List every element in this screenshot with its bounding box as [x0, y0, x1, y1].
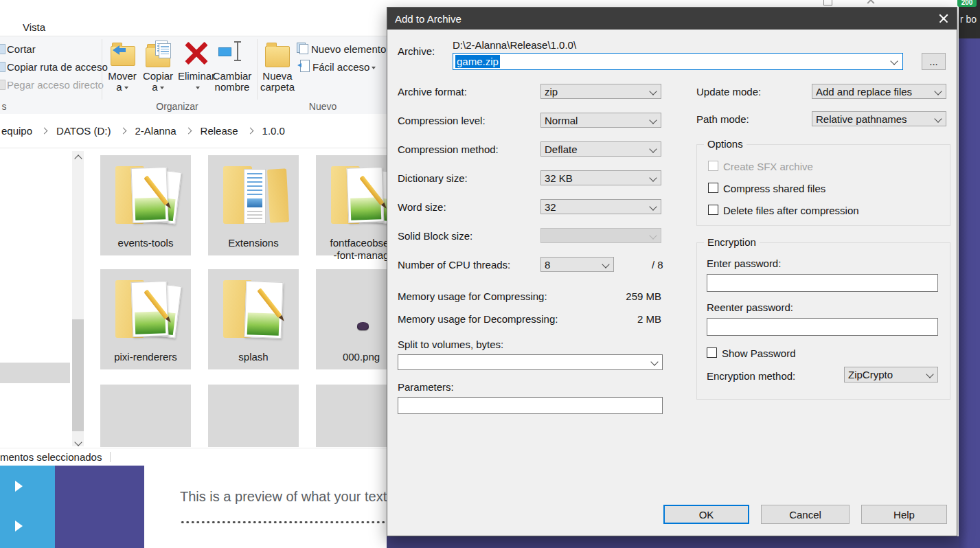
background-purple-strip: [959, 38, 980, 548]
nav-pane-selected-item[interactable]: [0, 363, 70, 383]
maximize-button[interactable]: [821, 0, 834, 7]
move-to-button[interactable]: Mover a: [103, 39, 141, 93]
dictionary-size-select[interactable]: 32 KB: [540, 170, 661, 185]
encryption-method-select[interactable]: ZipCrypto: [844, 367, 938, 383]
chevron-down-icon: [602, 260, 609, 268]
memory-compress-label: Memory usage for Compressing:: [398, 290, 547, 302]
background-text-fragment: r bo: [960, 14, 977, 25]
chevron-down-icon: [649, 87, 657, 95]
split-volumes-combo[interactable]: [398, 354, 663, 370]
preview-sidebar-purple: [55, 466, 144, 548]
archive-format-select[interactable]: zip: [540, 84, 661, 99]
ribbon-item-cortar[interactable]: Cortar: [7, 43, 36, 55]
chevron-down-icon: [649, 145, 657, 152]
new-folder-label: Nueva: [262, 71, 292, 82]
ribbon-item-copiar-ruta[interactable]: Copiar ruta de acceso: [7, 61, 108, 73]
word-size-select[interactable]: 32: [540, 199, 661, 214]
archive-name-combo[interactable]: game.zip: [453, 53, 903, 70]
parameters-input[interactable]: [398, 397, 663, 414]
enter-password-input[interactable]: [707, 274, 938, 292]
folder-icon: [218, 277, 289, 342]
file-tile[interactable]: pixi-renderers: [100, 269, 191, 369]
update-mode-select[interactable]: Add and replace files: [812, 84, 946, 99]
file-tile[interactable]: events-tools: [100, 155, 191, 255]
parameters-label: Parameters:: [398, 381, 454, 393]
dialog-title: Add to Archive: [395, 13, 461, 25]
preview-text: This is a preview of what your text: [180, 489, 387, 505]
paste-shortcut-icon: [0, 80, 5, 90]
scrollbar-up-button[interactable]: [72, 152, 84, 163]
new-folder-button[interactable]: Nueva carpeta: [258, 39, 297, 93]
dialog-titlebar[interactable]: Add to Archive: [387, 8, 957, 30]
path-mode-select[interactable]: Relative pathnames: [812, 111, 946, 126]
desktop: Vista Cortar Copiar ruta de acceso Pegar…: [0, 0, 980, 548]
copy-path-icon: [0, 62, 5, 72]
chevron-down-icon[interactable]: [890, 57, 898, 65]
create-sfx-checkbox: [708, 161, 718, 171]
selection-count-text: mentos seleccionados: [0, 451, 102, 463]
file-tile[interactable]: [208, 385, 299, 447]
reenter-password-input[interactable]: [707, 318, 938, 336]
scrollbar-thumb[interactable]: [72, 319, 84, 431]
group-label-clipboard: s: [0, 101, 8, 112]
file-tile[interactable]: [100, 385, 191, 447]
ribbon-item-nuevo-elemento[interactable]: Nuevo elemento: [311, 43, 392, 55]
delete-button[interactable]: Eliminar: [177, 39, 216, 93]
play-arrow-icon[interactable]: [15, 481, 23, 492]
group-label-organizar: Organizar: [129, 101, 225, 112]
rename-icon: [218, 41, 246, 68]
close-icon[interactable]: [938, 13, 949, 24]
dictionary-size-label: Dictionary size:: [398, 172, 468, 184]
ok-button[interactable]: OK: [663, 505, 749, 524]
ribbon-item-facil-acceso[interactable]: Fácil acceso: [312, 61, 376, 73]
chevron-down-icon: [934, 115, 942, 122]
archive-path: D:\2-Alanna\Release\1.0.0\: [453, 39, 576, 51]
close-window-button[interactable]: [864, 0, 878, 7]
file-tile[interactable]: splash: [208, 269, 299, 369]
dropdown-caret-icon: [372, 67, 376, 69]
scrollbar-down-button[interactable]: [72, 435, 84, 446]
breadcrumb-item[interactable]: 2-Alanna: [135, 125, 176, 137]
show-password-label: Show Password: [722, 347, 796, 359]
breadcrumb-item[interactable]: 1.0.0: [262, 125, 285, 137]
breadcrumb-item[interactable]: DATOS (D:): [56, 125, 111, 137]
solid-block-size-select: [540, 228, 661, 243]
options-legend: Options: [704, 138, 747, 150]
ribbon-item-pegar-acceso: Pegar acceso directo: [7, 79, 104, 91]
tab-vista[interactable]: Vista: [23, 21, 45, 33]
rename-button[interactable]: Cambiar nombre: [213, 39, 251, 93]
file-name: Extensions: [204, 237, 303, 249]
split-volumes-label: Split to volumes, bytes:: [398, 339, 503, 350]
file-tile[interactable]: Extensions: [208, 155, 299, 255]
folder-icon: [265, 46, 290, 67]
move-to-label: Mover: [108, 71, 137, 82]
browse-button[interactable]: ...: [922, 53, 946, 70]
word-size-label: Word size:: [398, 201, 446, 213]
dropdown-caret-icon: [196, 87, 200, 89]
compression-method-select[interactable]: Deflate: [540, 141, 661, 157]
chevron-down-icon: [649, 116, 657, 124]
cpu-threads-select[interactable]: 8: [540, 257, 614, 272]
cancel-button[interactable]: Cancel: [761, 505, 850, 524]
chevron-right-icon: [41, 128, 48, 135]
show-password-checkbox[interactable]: [707, 347, 717, 358]
chevron-right-icon: [185, 128, 192, 135]
breadcrumb-item[interactable]: Release: [201, 125, 238, 137]
breadcrumb-item[interactable]: equipo: [1, 125, 32, 137]
chevron-right-icon: [119, 128, 126, 135]
chevron-down-icon: [650, 358, 658, 365]
compress-shared-checkbox[interactable]: [708, 183, 718, 193]
memory-compress-value: 259 MB: [540, 290, 661, 302]
delete-label: Eliminar: [178, 71, 215, 82]
play-arrow-icon[interactable]: [15, 521, 23, 532]
delete-after-checkbox[interactable]: [708, 205, 718, 215]
ribbon-separator: [102, 39, 102, 100]
png-thumbnail-icon: [357, 322, 369, 330]
encryption-method-label: Encryption method:: [707, 370, 795, 382]
dotted-line: [180, 521, 387, 524]
copy-to-button[interactable]: Copiar a: [139, 39, 177, 93]
easy-access-icon: [300, 60, 310, 72]
compression-level-label: Compression level:: [398, 115, 486, 126]
compression-level-select[interactable]: Normal: [540, 113, 661, 128]
help-button[interactable]: Help: [861, 505, 947, 524]
